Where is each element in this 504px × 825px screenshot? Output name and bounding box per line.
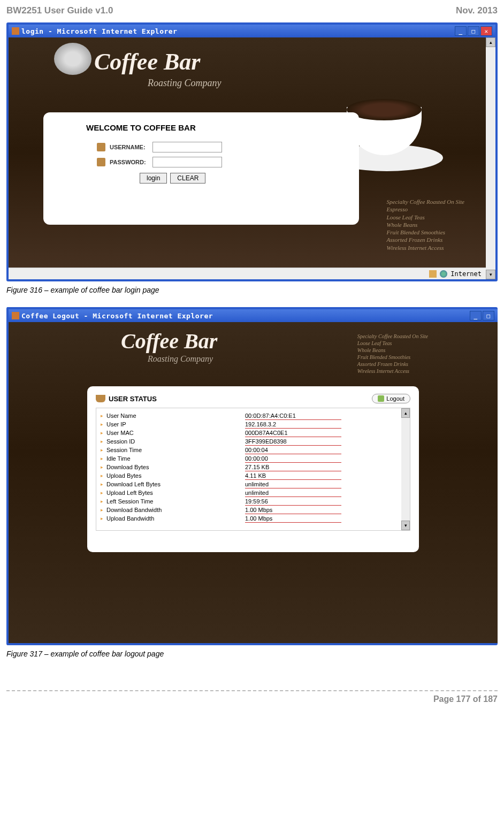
figure-317-caption: Figure 317 – example of coffee bar logou… bbox=[6, 650, 498, 658]
logout-button[interactable]: Logout bbox=[372, 394, 410, 403]
status-label: Session ID bbox=[106, 438, 135, 445]
logout-browser-window: Coffee Logout - Microsoft Internet Explo… bbox=[6, 307, 498, 645]
coffee-bar-logo: Coffee Bar bbox=[94, 48, 200, 75]
status-row-label: ▸User MAC bbox=[101, 429, 229, 437]
status-row-value: 000D87A4C0E1 bbox=[245, 429, 341, 437]
ie-icon bbox=[12, 27, 19, 35]
status-label: Upload Bytes bbox=[106, 472, 141, 479]
figure-316-caption: Figure 316 – example of coffee bar login… bbox=[6, 286, 498, 294]
user-icon bbox=[97, 143, 105, 151]
status-label: Download Bytes bbox=[106, 464, 149, 470]
status-row-label: ▸Session Time bbox=[101, 446, 229, 454]
status-row-value: 27.15 KB bbox=[245, 463, 341, 471]
status-text: Internet bbox=[450, 270, 482, 278]
password-input[interactable] bbox=[152, 157, 222, 167]
user-status-card: USER STATUS Logout ▸User Name▸User IP▸Us… bbox=[87, 386, 419, 552]
bullet-icon: ▸ bbox=[101, 490, 103, 495]
scroll-up-arrow[interactable]: ▴ bbox=[401, 408, 410, 418]
status-row-label: ▸Left Session Time bbox=[101, 497, 229, 506]
status-row-value: unlimited bbox=[245, 488, 341, 497]
globe-icon bbox=[440, 270, 447, 278]
close-button[interactable]: ✕ bbox=[480, 26, 492, 36]
status-row-label: ▸User Name bbox=[101, 411, 229, 420]
people-photo bbox=[54, 43, 91, 75]
bullet-icon: ▸ bbox=[101, 507, 103, 513]
page-footer: Page 177 of 187 bbox=[6, 690, 498, 704]
minimize-button[interactable]: _ bbox=[455, 26, 467, 36]
doc-title-right: Nov. 2013 bbox=[456, 5, 498, 16]
status-row-label: ▸Idle Time bbox=[101, 454, 229, 463]
bullet-icon: ▸ bbox=[101, 422, 103, 427]
login-window-title: login - Microsoft Internet Explorer bbox=[21, 27, 177, 35]
bullet-icon: ▸ bbox=[101, 430, 103, 436]
status-row-value: 192.168.3.2 bbox=[245, 420, 341, 429]
status-row-label: ▸Download Bandwidth bbox=[101, 506, 229, 514]
status-row-value: 3FF399ED8398 bbox=[245, 437, 341, 446]
cup-icon bbox=[96, 395, 105, 402]
status-row-value: 4.11 KB bbox=[245, 471, 341, 480]
username-label: USERNAME: bbox=[110, 144, 148, 150]
status-label: User IP bbox=[106, 421, 126, 427]
user-status-title: USER STATUS bbox=[109, 395, 157, 403]
username-input[interactable] bbox=[152, 142, 222, 152]
status-label: Download Bandwidth bbox=[106, 507, 162, 513]
status-table: ▸User Name▸User IP▸User MAC▸Session ID▸S… bbox=[96, 408, 410, 531]
scroll-down-arrow[interactable]: ▾ bbox=[401, 521, 410, 530]
clear-button[interactable]: CLEAR bbox=[170, 173, 205, 184]
logout-page-body: Coffee Bar Roasting Company Specialty Co… bbox=[9, 322, 498, 643]
status-label: Idle Time bbox=[106, 455, 131, 462]
logout-window-title: Coffee Logout - Microsoft Internet Explo… bbox=[21, 312, 213, 320]
ie-icon bbox=[12, 312, 19, 319]
login-card: WELCOME TO COFFEE BAR USERNAME: PASSWORD… bbox=[43, 112, 359, 225]
status-row-value: 00:00:00 bbox=[245, 454, 341, 463]
login-statusbar: Internet bbox=[9, 268, 486, 279]
login-titlebar: login - Microsoft Internet Explorer _ □ … bbox=[9, 25, 495, 37]
status-row-value: 00:00:04 bbox=[245, 446, 341, 454]
status-label: Download Left Bytes bbox=[106, 481, 161, 487]
coffee-bar-logo: Coffee Bar bbox=[121, 329, 217, 354]
status-row-value: 1.00 Mbps bbox=[245, 506, 341, 514]
bullet-icon: ▸ bbox=[101, 499, 103, 504]
logout-button-label: Logout bbox=[386, 395, 404, 402]
status-row-value: 00:0D:87:A4:C0:E1 bbox=[245, 411, 341, 420]
bullet-icon: ▸ bbox=[101, 516, 103, 521]
logout-icon bbox=[378, 395, 384, 402]
status-label: Upload Left Bytes bbox=[106, 490, 153, 496]
coffee-bar-subtitle: Roasting Company bbox=[148, 354, 213, 364]
bullet-icon: ▸ bbox=[101, 439, 103, 444]
status-label: Left Session Time bbox=[106, 498, 153, 505]
status-row-label: ▸User IP bbox=[101, 420, 229, 429]
scroll-up-arrow[interactable]: ▴ bbox=[486, 37, 495, 47]
welcome-text: WELCOME TO COFFEE BAR bbox=[86, 123, 348, 132]
status-label: User MAC bbox=[106, 430, 134, 436]
logout-titlebar: Coffee Logout - Microsoft Internet Explo… bbox=[9, 309, 498, 322]
login-button[interactable]: login bbox=[140, 173, 167, 184]
scroll-down-arrow[interactable]: ▾ bbox=[486, 270, 495, 279]
bullet-icon: ▸ bbox=[101, 464, 103, 470]
lock-icon bbox=[97, 158, 105, 166]
coffee-bar-subtitle: Roasting Company bbox=[148, 78, 222, 89]
doc-title-left: BW2251 User Guide v1.0 bbox=[6, 5, 113, 16]
status-row-value: 1.00 Mbps bbox=[245, 514, 341, 523]
status-label: User Name bbox=[106, 412, 136, 419]
password-label: PASSWORD: bbox=[110, 159, 148, 165]
bullet-icon: ▸ bbox=[101, 482, 103, 487]
status-row-label: ▸Download Left Bytes bbox=[101, 480, 229, 488]
padlock-icon bbox=[429, 270, 437, 278]
status-row-value: unlimited bbox=[245, 480, 341, 488]
maximize-button[interactable]: □ bbox=[468, 26, 479, 36]
status-row-label: ▸Upload Bytes bbox=[101, 471, 229, 480]
login-page-body: Coffee Bar Roasting Company WELCOME TO C… bbox=[9, 37, 486, 268]
status-row-value: 19:59:56 bbox=[245, 497, 341, 506]
maximize-button[interactable]: □ bbox=[483, 311, 494, 320]
bullet-icon: ▸ bbox=[101, 413, 103, 418]
vertical-scrollbar[interactable]: ▴ ▾ bbox=[486, 37, 495, 279]
status-row-label: ▸Upload Bandwidth bbox=[101, 514, 229, 523]
bullet-icon: ▸ bbox=[101, 447, 103, 453]
minimize-button[interactable]: _ bbox=[470, 311, 482, 320]
status-scrollbar[interactable]: ▴ ▾ bbox=[401, 408, 410, 530]
decorative-menu-text: Specialty Coffee Roasted On SiteEspresso… bbox=[387, 198, 464, 251]
status-label: Upload Bandwidth bbox=[106, 515, 154, 522]
status-row-label: ▸Upload Left Bytes bbox=[101, 488, 229, 497]
document-header: BW2251 User Guide v1.0 Nov. 2013 bbox=[6, 5, 498, 16]
